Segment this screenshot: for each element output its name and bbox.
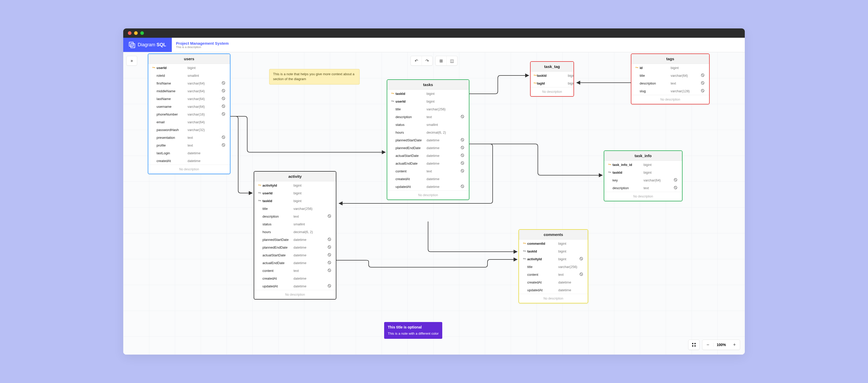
table-tags[interactable]: tags id bigint title varchar(64) descrip… bbox=[631, 54, 710, 105]
table-comments[interactable]: comments commentId bigint taskId bigint … bbox=[519, 229, 588, 303]
app-header: Diagram SQL Project Management System Th… bbox=[123, 38, 745, 52]
close-icon[interactable] bbox=[128, 31, 131, 35]
table-header[interactable]: task_info bbox=[604, 151, 682, 161]
column-type: text bbox=[644, 186, 674, 190]
table-header[interactable]: comments bbox=[519, 230, 588, 240]
table-column[interactable]: hours decimal(6, 2) bbox=[254, 228, 336, 236]
table-column[interactable]: plannedEndDate datetime bbox=[254, 243, 336, 251]
table-header[interactable]: tags bbox=[631, 54, 709, 64]
table-column[interactable]: description text bbox=[387, 113, 469, 121]
svg-rect-31 bbox=[694, 345, 696, 347]
table-column[interactable]: email varchar(64) bbox=[148, 118, 230, 126]
table-column[interactable]: profile text bbox=[148, 141, 230, 149]
table-column[interactable]: actualStartDate datetime bbox=[387, 152, 469, 159]
table-header[interactable]: tasks bbox=[387, 80, 469, 90]
table-column[interactable]: createdAt datetime bbox=[387, 175, 469, 183]
table-column[interactable]: content text bbox=[519, 271, 588, 278]
table-column[interactable]: description text bbox=[254, 212, 336, 220]
table-column[interactable]: content text bbox=[254, 267, 336, 274]
table-column[interactable]: updatedAt datetime bbox=[519, 286, 588, 294]
table-column[interactable]: createdAt datetime bbox=[519, 278, 588, 286]
table-column[interactable]: content text bbox=[387, 167, 469, 175]
table-column[interactable]: createdAt datetime bbox=[148, 157, 230, 165]
add-table-button[interactable]: ⊞ bbox=[436, 56, 446, 65]
sticky-note[interactable]: This is a note that helps you give more … bbox=[269, 69, 360, 85]
table-activity[interactable]: activity activityId bigint userId bigint… bbox=[254, 171, 336, 299]
diagram-canvas[interactable]: » ↶ ↷ ⊞ ◫ This is a note that helps you … bbox=[123, 52, 745, 355]
minimize-icon[interactable] bbox=[134, 31, 138, 35]
table-column[interactable]: title varchar(256) bbox=[519, 263, 588, 271]
table-task_tag[interactable]: task_tag taskId bigint tagId bigint No d… bbox=[530, 61, 574, 97]
nullable-icon bbox=[328, 261, 333, 265]
table-column[interactable]: title varchar(64) bbox=[631, 71, 709, 79]
table-column[interactable]: plannedStartDate datetime bbox=[254, 236, 336, 243]
table-header[interactable]: activity bbox=[254, 172, 336, 181]
column-type: bigint bbox=[568, 81, 574, 85]
table-column[interactable]: title varchar(256) bbox=[387, 105, 469, 113]
note-body: This is a note with a different color bbox=[388, 331, 439, 335]
table-header[interactable]: task_tag bbox=[531, 62, 574, 71]
table-column[interactable]: lastName varchar(64) bbox=[148, 95, 230, 102]
table-column[interactable]: passwordHash varchar(32) bbox=[148, 126, 230, 134]
table-column[interactable]: tagId bigint bbox=[531, 79, 574, 87]
table-column[interactable]: lastLogin datetime bbox=[148, 149, 230, 157]
grid-toggle-button[interactable] bbox=[688, 340, 699, 350]
table-column[interactable]: taskId bigint bbox=[387, 90, 469, 97]
table-column[interactable]: username varchar(64) bbox=[148, 102, 230, 110]
table-column[interactable]: status smallint bbox=[254, 220, 336, 228]
maximize-icon[interactable] bbox=[140, 31, 144, 35]
table-column[interactable]: userId bigint bbox=[148, 64, 230, 71]
add-note-button[interactable]: ◫ bbox=[446, 56, 457, 65]
table-column[interactable]: task_info_id bigint bbox=[604, 161, 682, 169]
table-column[interactable]: taskId bigint bbox=[254, 197, 336, 205]
table-column[interactable]: taskId bigint bbox=[531, 71, 574, 79]
table-column[interactable]: activityId bigint bbox=[254, 181, 336, 189]
table-column[interactable]: description text bbox=[604, 184, 682, 192]
zoom-out-button[interactable]: − bbox=[703, 340, 713, 350]
table-column[interactable]: key varchar(64) bbox=[604, 176, 682, 184]
redo-button[interactable]: ↷ bbox=[422, 56, 432, 65]
table-column[interactable]: createdAt datetime bbox=[254, 274, 336, 282]
table-column[interactable]: plannedStartDate datetime bbox=[387, 136, 469, 144]
column-name: createdAt bbox=[262, 276, 293, 281]
table-column[interactable]: taskId bigint bbox=[519, 247, 588, 255]
table-column[interactable]: commentId bigint bbox=[519, 240, 588, 247]
table-column[interactable]: middleName varchar(64) bbox=[148, 87, 230, 95]
table-column[interactable]: updatedAt datetime bbox=[387, 183, 469, 190]
table-column[interactable]: taskId bigint bbox=[604, 169, 682, 176]
column-name: updatedAt bbox=[396, 185, 427, 189]
table-tasks[interactable]: tasks taskId bigint userId bigint title … bbox=[387, 79, 469, 200]
table-column[interactable]: description text bbox=[631, 79, 709, 87]
zoom-in-button[interactable]: + bbox=[729, 340, 740, 350]
sticky-note[interactable]: This title is optionalThis is a note wit… bbox=[384, 322, 442, 339]
toggle-sidebar-button[interactable]: » bbox=[126, 56, 137, 66]
table-column[interactable]: phoneNumber varchar(16) bbox=[148, 110, 230, 118]
table-column[interactable]: presentation text bbox=[148, 134, 230, 141]
project-header[interactable]: Project Management System This is a desc… bbox=[172, 38, 233, 52]
table-task_info[interactable]: task_info task_info_id bigint taskId big… bbox=[604, 150, 683, 201]
table-column[interactable]: actualStartDate datetime bbox=[254, 251, 336, 259]
table-column[interactable]: plannedEndDate datetime bbox=[387, 144, 469, 152]
table-column[interactable]: actualEndDate datetime bbox=[254, 259, 336, 267]
table-header[interactable]: users bbox=[148, 54, 230, 64]
table-column[interactable]: id bigint bbox=[631, 64, 709, 71]
column-name: taskId bbox=[537, 73, 568, 78]
table-column[interactable]: updatedAt datetime bbox=[254, 282, 336, 290]
undo-button[interactable]: ↶ bbox=[411, 56, 422, 65]
table-column[interactable]: hours decimal(6, 2) bbox=[387, 128, 469, 136]
table-column[interactable]: title varchar(256) bbox=[254, 205, 336, 212]
column-name: content bbox=[527, 273, 558, 276]
brand-logo[interactable]: Diagram SQL bbox=[123, 38, 172, 52]
table-column[interactable]: slug varchar(128) bbox=[631, 87, 709, 95]
table-column[interactable]: userId bigint bbox=[254, 189, 336, 197]
table-column[interactable]: status smallint bbox=[387, 121, 469, 128]
table-column[interactable]: firstName varchar(64) bbox=[148, 79, 230, 87]
zoom-controls: − 100% + bbox=[688, 340, 740, 350]
column-name: title bbox=[262, 207, 293, 211]
table-users[interactable]: users userId bigint roleId smallint firs… bbox=[148, 54, 230, 174]
table-column[interactable]: actualEndDate datetime bbox=[387, 159, 469, 167]
table-column[interactable]: userId bigint bbox=[387, 97, 469, 105]
table-column[interactable]: roleId smallint bbox=[148, 71, 230, 79]
table-column[interactable]: activityId bigint bbox=[519, 255, 588, 263]
nullable-icon bbox=[461, 184, 466, 189]
